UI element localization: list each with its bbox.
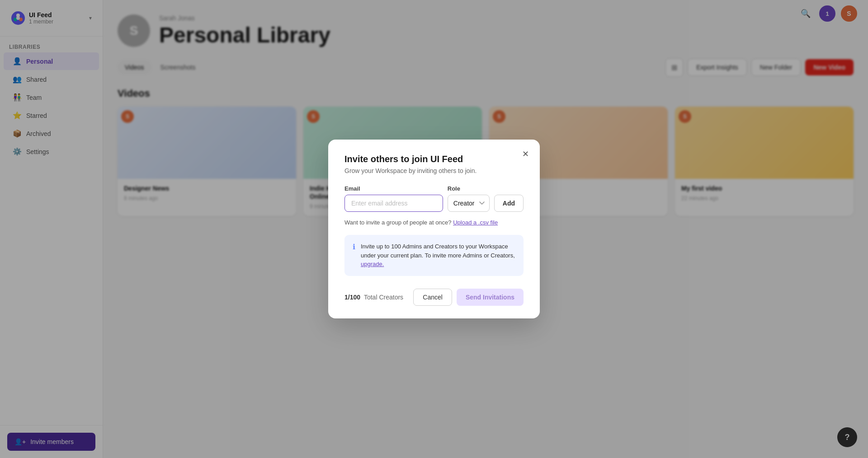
upgrade-link[interactable]: upgrade.	[361, 261, 384, 267]
csv-hint: Want to invite a group of people at once…	[344, 219, 524, 226]
send-invitations-button[interactable]: Send Invitations	[457, 289, 524, 306]
modal-overlay[interactable]: ✕ Invite others to join UI Feed Grow you…	[0, 0, 868, 458]
info-icon: ℹ	[353, 243, 355, 269]
invite-modal: ✕ Invite others to join UI Feed Grow you…	[328, 140, 540, 318]
role-form-group: Role Creator Admin Viewer	[448, 185, 490, 212]
footer-buttons: Cancel Send Invitations	[413, 289, 524, 306]
upload-csv-link[interactable]: Upload a .csv file	[453, 219, 498, 226]
email-form-group: Email	[344, 185, 443, 212]
modal-footer: 1/100 Total Creators Cancel Send Invitat…	[344, 289, 524, 306]
email-input[interactable]	[344, 195, 443, 212]
modal-close-button[interactable]: ✕	[518, 147, 533, 161]
modal-subtitle: Grow your Workspace by inviting others t…	[344, 167, 524, 174]
add-button[interactable]: Add	[494, 195, 524, 212]
role-select[interactable]: Creator Admin Viewer	[448, 195, 490, 212]
cancel-button[interactable]: Cancel	[413, 289, 452, 306]
email-role-form-row: Email Role Creator Admin Viewer Add	[344, 185, 524, 212]
info-box: ℹ Invite up to 100 Admins and Creators t…	[344, 235, 524, 276]
info-text: Invite up to 100 Admins and Creators to …	[361, 242, 515, 269]
email-label: Email	[344, 185, 443, 192]
modal-title: Invite others to join UI Feed	[344, 154, 524, 164]
role-label: Role	[448, 185, 490, 192]
creators-count: 1/100 Total Creators	[344, 294, 403, 301]
